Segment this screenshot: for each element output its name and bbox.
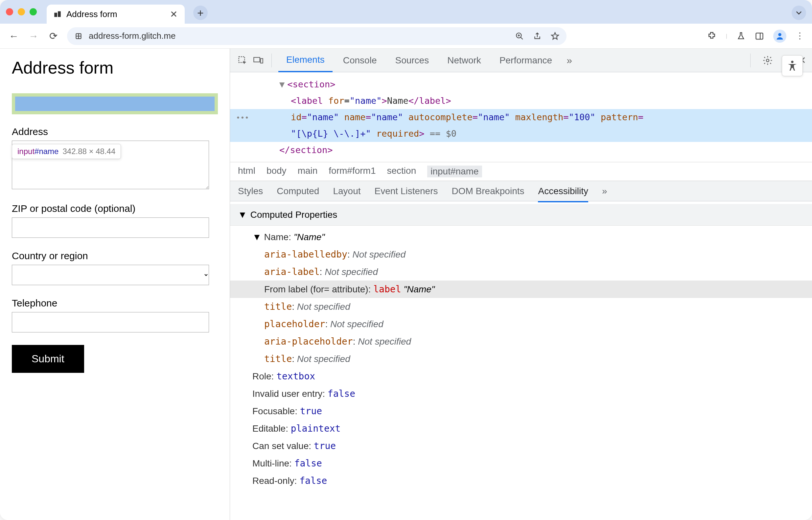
devtools-tabbar: Elements Console Sources Network Perform… (230, 49, 812, 72)
titlebar: Address form ✕ + (0, 0, 812, 24)
tab-sources[interactable]: Sources (387, 49, 437, 72)
subtab-event[interactable]: Event Listeners (375, 186, 438, 197)
country-input[interactable] (12, 265, 209, 285)
content-area: Address form input#name342.88 × 48.44 Ad… (0, 49, 812, 520)
telephone-input[interactable] (12, 312, 209, 333)
telephone-field: Telephone (12, 297, 218, 333)
name-source-row: From label (for= attribute): label "Name… (230, 281, 812, 298)
submit-button[interactable]: Submit (12, 345, 84, 373)
devtools-panel: Elements Console Sources Network Perform… (230, 49, 812, 520)
browser-window: Address form ✕ + ← → ⟳ address-form.glit… (0, 0, 812, 520)
browser-tab[interactable]: Address form ✕ (47, 5, 185, 24)
subtab-computed[interactable]: Computed (277, 186, 319, 197)
accessibility-panel: ▼Computed Properties ▼ Name: "Name" aria… (230, 201, 812, 495)
back-icon[interactable]: ← (8, 30, 20, 42)
crumb-body[interactable]: body (267, 165, 286, 177)
selected-dom-node[interactable]: ••• id="name" name="name" autocomplete="… (230, 109, 812, 126)
crumb-main[interactable]: main (298, 165, 318, 177)
svg-rect-9 (756, 33, 763, 39)
reload-icon[interactable]: ⟳ (47, 30, 59, 42)
close-window-button[interactable] (6, 8, 13, 16)
dom-tree[interactable]: ▼<section> <label for="name">Name</label… (230, 72, 812, 162)
breadcrumb: html body main form#form1 section input#… (230, 162, 812, 181)
highlighted-element[interactable] (12, 93, 218, 114)
tab-performance[interactable]: Performance (491, 49, 560, 72)
separator (272, 54, 272, 67)
more-subtabs-icon[interactable]: » (602, 186, 607, 197)
tab-network[interactable]: Network (439, 49, 489, 72)
svg-rect-0 (54, 13, 57, 17)
element-tooltip: input#name342.88 × 48.44 (12, 144, 121, 159)
tabs-dropdown-button[interactable] (792, 6, 806, 20)
panel-icon[interactable] (755, 31, 764, 41)
rendered-page: Address form input#name342.88 × 48.44 Ad… (0, 49, 230, 520)
subtab-accessibility[interactable]: Accessibility (538, 186, 588, 202)
page-title: Address form (12, 58, 218, 78)
window-controls (6, 8, 37, 16)
extensions-icon[interactable] (707, 31, 717, 41)
zip-field: ZIP or postal code (optional) (12, 203, 218, 238)
country-label: Country or region (12, 250, 218, 261)
zip-label: ZIP or postal code (optional) (12, 203, 218, 214)
labs-icon[interactable] (736, 31, 745, 41)
forward-icon[interactable]: → (28, 30, 40, 42)
bookmark-icon[interactable] (551, 32, 559, 41)
svg-point-16 (791, 61, 793, 63)
tab-favicon (53, 10, 62, 18)
tab-close-icon[interactable]: ✕ (169, 9, 178, 19)
new-tab-button[interactable]: + (193, 6, 208, 20)
accessibility-overlay-button[interactable] (782, 55, 803, 76)
svg-rect-1 (58, 11, 61, 17)
address-label: Address (12, 126, 218, 137)
crumb-input[interactable]: input#name (427, 165, 482, 177)
maximize-window-button[interactable] (30, 8, 37, 16)
address-bar[interactable]: address-form.glitch.me (67, 27, 566, 45)
svg-point-15 (766, 59, 769, 62)
divider: | (726, 33, 727, 39)
subtab-layout[interactable]: Layout (333, 186, 360, 197)
more-tabs-icon[interactable]: » (566, 55, 572, 66)
url-text: address-form.glitch.me (89, 31, 176, 41)
menu-icon[interactable]: ⋮ (795, 31, 804, 41)
computed-properties-header[interactable]: ▼Computed Properties (230, 204, 812, 226)
subtabs: Styles Computed Layout Event Listeners D… (230, 181, 812, 201)
share-icon[interactable] (533, 32, 541, 41)
site-info-icon[interactable] (74, 32, 83, 41)
profile-button[interactable] (773, 30, 786, 43)
subtab-styles[interactable]: Styles (238, 186, 263, 197)
tab-console[interactable]: Console (335, 49, 385, 72)
subtab-dom-bp[interactable]: DOM Breakpoints (452, 186, 525, 197)
tab-elements[interactable]: Elements (278, 49, 333, 72)
crumb-html[interactable]: html (238, 165, 255, 177)
settings-icon[interactable] (762, 55, 773, 66)
crumb-section[interactable]: section (387, 165, 416, 177)
crumb-form[interactable]: form#form1 (329, 165, 376, 177)
svg-rect-14 (260, 58, 263, 63)
svg-line-6 (521, 37, 523, 40)
zoom-icon[interactable] (515, 32, 524, 41)
tab-title: Address form (67, 9, 117, 19)
device-icon[interactable] (252, 54, 265, 67)
country-field: Country or region (12, 250, 218, 285)
inspect-icon[interactable] (236, 54, 249, 67)
svg-point-11 (778, 33, 781, 36)
zip-input[interactable] (12, 217, 209, 238)
minimize-window-button[interactable] (18, 8, 25, 16)
separator (750, 54, 751, 67)
telephone-label: Telephone (12, 297, 218, 309)
svg-rect-13 (254, 57, 260, 62)
toolbar: ← → ⟳ address-form.glitch.me | ⋮ (0, 24, 812, 49)
